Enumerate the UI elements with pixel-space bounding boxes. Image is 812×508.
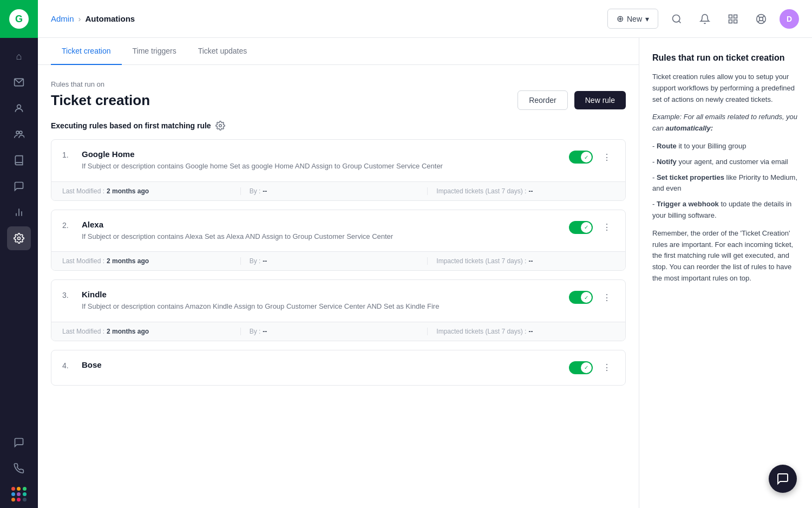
tabs-bar: Ticket creation Time triggers Ticket upd… — [38, 38, 639, 65]
reports-icon[interactable] — [7, 200, 31, 224]
rule-card-main: 2. Alexa If Subject or description conta… — [51, 210, 625, 252]
new-rule-button[interactable]: New rule — [574, 91, 626, 109]
svg-line-9 — [679, 21, 681, 23]
svg-rect-13 — [734, 19, 737, 23]
footer-impacted: Impacted tickets (Last 7 days) : -- — [427, 187, 614, 195]
rule-toggle[interactable]: ✓ — [569, 291, 593, 304]
right-panel: Rules that run on ticket creation Ticket… — [639, 38, 812, 508]
rule-actions: ✓ ⋮ — [569, 360, 614, 375]
rule-card: 4. Bose ✓ ⋮ — [51, 350, 626, 386]
book-icon[interactable] — [7, 148, 31, 172]
notifications-icon[interactable] — [695, 9, 715, 29]
footer-modified-value: 2 months ago — [107, 257, 149, 265]
chevron-down-icon: ▾ — [645, 15, 649, 23]
svg-point-15 — [759, 17, 763, 21]
rule-more-button[interactable]: ⋮ — [599, 149, 614, 165]
footer-by-value: -- — [263, 328, 267, 335]
rule-name: Kindle — [82, 290, 562, 299]
panel-item-rest: it to your Billing group — [677, 142, 746, 150]
tab-time-triggers[interactable]: Time triggers — [122, 38, 187, 65]
home-icon[interactable]: ⌂ — [7, 44, 31, 68]
rule-card: 2. Alexa If Subject or description conta… — [51, 210, 626, 271]
footer-impacted: Impacted tickets (Last 7 days) : -- — [427, 257, 614, 265]
footer-by: By : -- — [240, 328, 428, 335]
help-icon[interactable] — [751, 9, 771, 29]
rule-toggle[interactable]: ✓ — [569, 151, 593, 164]
reorder-button[interactable]: Reorder — [518, 90, 568, 110]
panel-item-prefix: - — [652, 142, 657, 150]
chat-fab-button[interactable] — [769, 465, 797, 493]
executing-row: Executing rules based on first matching … — [51, 121, 626, 131]
panel-footer: Remember, the order of the 'Ticket Creat… — [652, 228, 799, 284]
rule-toggle[interactable]: ✓ — [569, 361, 593, 374]
rule-name: Bose — [82, 360, 562, 369]
rule-more-button[interactable]: ⋮ — [599, 360, 614, 375]
rule-more-button[interactable]: ⋮ — [599, 290, 614, 305]
rule-more-button[interactable]: ⋮ — [599, 220, 614, 235]
page-content: Rules that run on Ticket creation Reorde… — [38, 65, 639, 409]
svg-point-2 — [16, 131, 19, 134]
avatar[interactable]: D — [780, 9, 799, 29]
contacts-icon[interactable] — [7, 96, 31, 120]
footer-modified: Last Modified : 2 months ago — [62, 257, 240, 265]
panel-item-rest: your agent, and customer via email — [677, 158, 788, 166]
sidebar-bottom — [7, 424, 31, 508]
apps-icon[interactable] — [723, 9, 743, 29]
rule-footer: Last Modified : 2 months ago By : -- Imp… — [51, 181, 625, 200]
inbox-icon[interactable] — [7, 70, 31, 94]
footer-impacted: Impacted tickets (Last 7 days) : -- — [427, 328, 614, 335]
page-title-buttons: Reorder New rule — [518, 90, 626, 110]
support-chat-icon[interactable] — [7, 431, 31, 454]
svg-point-7 — [18, 237, 21, 240]
rule-card-main: 3. Kindle If Subject or description cont… — [51, 280, 625, 322]
breadcrumb-page: Automations — [86, 14, 135, 23]
footer-impacted-value: -- — [528, 328, 533, 335]
rule-actions: ✓ ⋮ — [569, 149, 614, 165]
header: Admin › Automations ⊕ New ▾ D — [38, 0, 812, 38]
tab-ticket-updates[interactable]: Ticket updates — [187, 38, 258, 65]
footer-by-value: -- — [263, 257, 267, 265]
breadcrumb-admin[interactable]: Admin — [51, 14, 74, 23]
footer-impacted-label: Impacted tickets (Last 7 days) : — [436, 328, 526, 335]
svg-line-19 — [758, 20, 760, 22]
rule-info: Bose — [82, 360, 562, 372]
rule-number: 4. — [62, 360, 75, 370]
footer-modified-label: Last Modified : — [62, 328, 104, 335]
svg-line-18 — [762, 16, 764, 18]
settings-icon[interactable] — [7, 226, 31, 250]
executing-gear-icon[interactable] — [215, 121, 225, 131]
app-dots[interactable] — [11, 487, 27, 502]
panel-item: - Route it to your Billing group — [652, 141, 799, 152]
rule-actions: ✓ ⋮ — [569, 220, 614, 235]
toggle-knob: ✓ — [581, 222, 592, 233]
rule-name: Alexa — [82, 220, 562, 229]
team-icon[interactable] — [7, 122, 31, 146]
sidebar: G ⌂ — [0, 0, 38, 508]
chat-icon[interactable] — [7, 174, 31, 198]
new-button-label: New — [627, 15, 642, 23]
footer-modified-value: 2 months ago — [107, 328, 149, 335]
svg-point-1 — [17, 105, 21, 108]
main-area: Admin › Automations ⊕ New ▾ D — [38, 0, 812, 508]
executing-text: Executing rules based on first matching … — [51, 121, 211, 130]
panel-item: - Trigger a webhook to update the detail… — [652, 199, 799, 222]
toggle-knob: ✓ — [581, 292, 592, 303]
footer-by-label: By : — [250, 257, 261, 265]
app-logo[interactable]: G — [0, 0, 38, 38]
phone-icon[interactable] — [7, 457, 31, 480]
panel-item-prefix: - — [652, 158, 657, 166]
toggle-check-icon: ✓ — [584, 224, 588, 230]
search-icon[interactable] — [667, 9, 686, 29]
rule-description: If Subject or description contains Amazo… — [82, 301, 562, 312]
breadcrumb: Admin › Automations — [51, 14, 603, 23]
svg-rect-10 — [729, 15, 732, 18]
rule-toggle[interactable]: ✓ — [569, 221, 593, 234]
rule-name: Google Home — [82, 149, 562, 159]
rule-footer: Last Modified : 2 months ago By : -- Imp… — [51, 251, 625, 270]
panel-para1: Ticket creation rules allow you to setup… — [652, 71, 799, 105]
tab-ticket-creation[interactable]: Ticket creation — [51, 38, 122, 65]
content-area: Ticket creation Time triggers Ticket upd… — [38, 38, 812, 508]
toggle-knob: ✓ — [581, 152, 592, 162]
rules-list: 1. Google Home If Subject or description… — [51, 139, 626, 386]
new-button[interactable]: ⊕ New ▾ — [607, 9, 658, 29]
